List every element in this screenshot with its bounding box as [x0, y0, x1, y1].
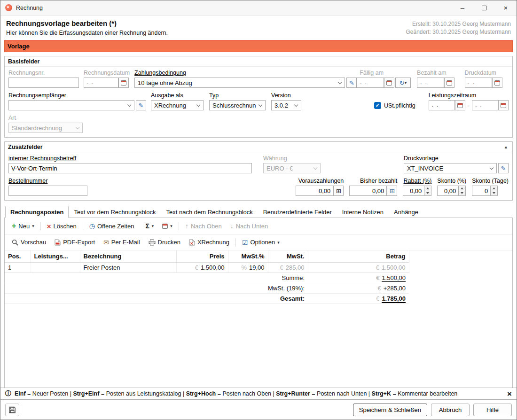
waehrung-combobox[interactable]: EURO - €	[263, 163, 321, 173]
xrechnung-button[interactable]: XRechnung	[185, 236, 234, 248]
druckvorlage-combobox[interactable]: XT_INVOICE	[404, 163, 497, 173]
col-header-leistung[interactable]: Leistungs...	[31, 250, 80, 263]
rechnungsempfaenger-combobox[interactable]	[8, 100, 134, 110]
skonto-input[interactable]	[437, 186, 459, 196]
rechnungsempfaenger-edit-button[interactable]: ✎	[136, 100, 146, 110]
betreff-input[interactable]	[8, 163, 252, 173]
col-header-mwst-pct[interactable]: MwSt.%	[228, 250, 268, 263]
druckdatum-field[interactable]: . .	[465, 78, 492, 88]
ausgabe-als-combobox[interactable]: XRechnung	[151, 100, 204, 110]
rabatt-label[interactable]: Rabatt (%)	[403, 178, 431, 184]
col-header-bezeichnung[interactable]: Bezeichnung	[80, 250, 176, 263]
tab-text-vor-rechnungsblock[interactable]: Text vor dem Rechnungsblock	[69, 206, 161, 218]
tab-text-nach-rechnungsblock[interactable]: Text nach dem Rechnungsblock	[161, 206, 258, 218]
table-row[interactable]: 1 Freier Posten €1.500,00 %19,00 €285,00…	[5, 263, 409, 273]
calendar-icon	[501, 103, 506, 108]
col-header-pos[interactable]: Pos.	[5, 250, 31, 263]
rabatt-input[interactable]	[403, 186, 424, 196]
summen-button[interactable]: Σ ▾	[141, 220, 158, 232]
ausgabe-als-label: Ausgabe als	[151, 92, 204, 99]
optionen-button[interactable]: ☑ Optionen ▾	[238, 236, 284, 248]
vorauszahlungen-calculator-button[interactable]: ⊞	[333, 186, 344, 196]
leistungszeitraum-von-field[interactable]: . .	[429, 100, 455, 110]
tab-benutzerdefinierte-felder[interactable]: Benutzerdefinierte Felder	[258, 206, 337, 218]
chevron-down-icon: ▾	[32, 224, 34, 228]
skonto-tage-spinner[interactable]	[491, 186, 498, 196]
save-close-button[interactable]: Speichern & Schließen	[353, 404, 427, 416]
faellig-am-calendar-button[interactable]	[384, 78, 394, 88]
cell-mwst[interactable]: €285,00	[268, 263, 308, 273]
version-label: Version	[271, 92, 301, 99]
skonto-tage-label: Skonto (Tage)	[472, 178, 509, 184]
typ-combobox[interactable]: Schlussrechnung	[209, 100, 266, 110]
bestellnummer-input[interactable]	[8, 186, 87, 196]
table-header-row: Pos. Leistungs... Bezeichnung Preis MwSt…	[5, 250, 409, 263]
col-header-mwst[interactable]: MwSt.	[268, 250, 308, 263]
tab-interne-notizen[interactable]: Interne Notizen	[337, 206, 389, 218]
rechnungsdatum-field[interactable]: . .	[84, 78, 118, 88]
bestellnummer-label[interactable]: Bestellnummer	[8, 178, 87, 184]
summe-value-cell: €1.500,00	[308, 273, 409, 283]
positions-table: Pos. Leistungs... Bezeichnung Preis MwSt…	[5, 250, 409, 304]
cell-pos[interactable]: 1	[5, 263, 31, 273]
tab-anhaenge[interactable]: Anhänge	[389, 206, 423, 218]
zahlungsbedingung-edit-button[interactable]: ✎	[346, 78, 357, 88]
zahlungsbedingung-combobox[interactable]: 10 tage ohne Abzug	[134, 78, 345, 88]
col-header-preis[interactable]: Preis	[176, 250, 228, 263]
druckdatum-calendar-button[interactable]	[492, 78, 502, 88]
rabatt-spinner[interactable]	[424, 186, 431, 196]
bezahlt-am-calendar-button[interactable]	[444, 78, 454, 88]
leistungszeitraum-bis-calendar-button[interactable]	[498, 100, 509, 110]
vorschau-button[interactable]: Vorschau	[8, 236, 50, 248]
options-checkbox-icon: ☑	[242, 239, 248, 246]
col-header-betrag[interactable]: Betrag	[308, 250, 409, 263]
tab-rechnungsposten[interactable]: Rechnungsposten	[5, 206, 69, 218]
cancel-button[interactable]: Abbruch	[431, 404, 470, 416]
skonto-spinner[interactable]	[459, 186, 466, 196]
chevron-down-icon	[258, 102, 262, 106]
cell-leistung[interactable]	[31, 263, 80, 273]
per-email-button[interactable]: ✉ Per E-Mail	[99, 236, 144, 248]
reminder-icon: ↻	[400, 79, 405, 86]
ust-pflichtig-checkbox[interactable]: ✓ USt.pflichtig	[374, 102, 415, 109]
leistungszeitraum-bis-field[interactable]: . .	[472, 100, 498, 110]
drucken-button[interactable]: Drucken	[144, 236, 185, 248]
faellig-am-field[interactable]: . .	[357, 78, 384, 88]
maximize-button[interactable]	[473, 0, 495, 15]
pdf-icon	[55, 239, 61, 246]
art-combobox[interactable]: Standardrechnung	[8, 123, 83, 133]
druckvorlage-edit-button[interactable]: ✎	[498, 163, 509, 173]
cell-betrag[interactable]: €1.500,00	[308, 263, 409, 273]
pencil-icon: ✎	[349, 79, 354, 86]
hint-close-icon[interactable]: ×	[507, 390, 512, 398]
zahlungserinnerung-button[interactable]: ↻▾	[395, 78, 411, 88]
cell-preis[interactable]: €1.500,00	[176, 263, 228, 273]
nach-unten-button[interactable]: ↓ Nach Unten	[226, 220, 273, 232]
pdf-export-button[interactable]: PDF-Export	[50, 236, 99, 248]
cell-mwst-pct[interactable]: %19,00	[228, 263, 268, 273]
rechnungsdatum-calendar-button[interactable]	[118, 78, 129, 88]
bisher-bezahlt-button[interactable]: ⊞	[387, 186, 397, 196]
neu-button[interactable]: + Neu ▾	[8, 220, 39, 232]
loeschen-button[interactable]: × Löschen	[43, 220, 81, 232]
nach-oben-button[interactable]: ↑ Nach Oben	[181, 220, 226, 232]
collapse-up-icon[interactable]: ▲	[504, 145, 509, 149]
skonto-tage-input[interactable]	[472, 186, 491, 196]
offene-zeiten-button[interactable]: ◷ Offene Zeiten	[85, 220, 139, 232]
minimize-button[interactable]: –	[452, 0, 473, 15]
save-button[interactable]	[5, 404, 19, 416]
toolbar-separator	[235, 238, 236, 247]
help-button[interactable]: Hilfe	[473, 404, 512, 416]
leistungszeitraum-von-calendar-button[interactable]	[455, 100, 465, 110]
betreff-label[interactable]: interner Rechnungsbetreff	[8, 155, 252, 162]
bisher-bezahlt-input[interactable]	[349, 186, 387, 196]
kalender-button[interactable]: ▾	[158, 221, 177, 231]
vorauszahlungen-input[interactable]	[296, 186, 333, 196]
cell-bezeichnung[interactable]: Freier Posten	[80, 263, 176, 273]
calendar-icon	[121, 80, 126, 86]
zahlungsbedingung-label[interactable]: Zahlungsbedingung	[134, 70, 357, 76]
close-button[interactable]: ×	[495, 0, 517, 15]
rechnungsnr-input[interactable]	[8, 78, 79, 88]
version-combobox[interactable]: 3.0.2	[271, 100, 301, 110]
bezahlt-am-field[interactable]: . .	[417, 78, 444, 88]
